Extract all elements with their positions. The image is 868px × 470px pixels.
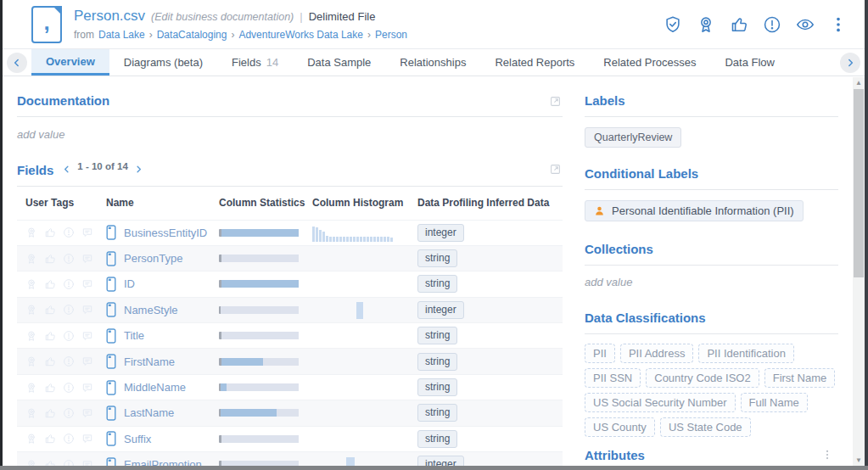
field-name-link[interactable]: BusinessEntityID — [124, 227, 207, 239]
pager-previous-icon[interactable] — [62, 162, 71, 171]
inferred-type-badge: string — [417, 275, 457, 293]
tab-fields[interactable]: Fields14 — [217, 49, 293, 76]
histogram-bar — [370, 237, 372, 242]
label-chip[interactable]: QuarterlyReview — [585, 127, 681, 148]
alert-circle-icon[interactable] — [63, 253, 75, 265]
comment-icon[interactable] — [81, 433, 93, 445]
comment-icon[interactable] — [81, 227, 93, 238]
alert-circle-icon[interactable] — [63, 227, 75, 238]
tab-data-flow[interactable]: Data Flow — [710, 49, 789, 76]
histogram-bar — [377, 237, 379, 242]
inferred-type-badge: string — [417, 378, 457, 396]
pager-next-icon[interactable] — [134, 162, 143, 171]
scrollbar-down-arrow[interactable]: ▼ — [853, 455, 865, 466]
inferred-type-cell: integer — [417, 224, 563, 242]
comment-icon[interactable] — [81, 355, 93, 367]
award-ribbon-icon[interactable] — [25, 253, 37, 265]
award-ribbon-icon[interactable] — [25, 330, 37, 342]
endorse-thumbs-up-icon[interactable] — [730, 15, 748, 34]
field-name-link[interactable]: Title — [124, 329, 144, 342]
histogram-bar — [326, 236, 328, 242]
comment-icon[interactable] — [81, 304, 93, 316]
comment-icon[interactable] — [81, 382, 93, 394]
breadcrumb-link[interactable]: DataCataloging — [157, 29, 227, 41]
alert-circle-icon[interactable] — [63, 382, 75, 394]
alert-circle-icon[interactable] — [63, 330, 75, 342]
expand-documentation-icon[interactable] — [550, 95, 561, 106]
award-ribbon-icon[interactable] — [25, 407, 37, 419]
tab-data-sample[interactable]: Data Sample — [293, 49, 385, 76]
column-icon — [106, 328, 116, 344]
thumbs-up-icon[interactable] — [44, 278, 56, 290]
data-classification-chip[interactable]: PII Address — [620, 344, 693, 363]
award-ribbon-icon[interactable] — [697, 15, 715, 34]
field-name-link[interactable]: ID — [124, 277, 135, 290]
field-name-link[interactable]: PersonType — [124, 252, 182, 265]
stat-segment — [221, 435, 299, 443]
vertical-scrollbar[interactable]: ▲ ▼ — [853, 77, 865, 466]
comment-icon[interactable] — [81, 278, 93, 290]
tab-related-reports[interactable]: Related Reports — [480, 49, 589, 76]
tab-related-processes[interactable]: Related Processes — [589, 49, 710, 76]
award-ribbon-icon[interactable] — [25, 433, 37, 445]
thumbs-up-icon[interactable] — [44, 304, 56, 316]
data-classification-chip[interactable]: First Name — [764, 368, 836, 388]
data-classification-chip[interactable]: PII — [585, 344, 615, 363]
data-classification-chip[interactable]: US County — [585, 417, 655, 437]
edit-documentation-link[interactable]: (Edit business documentation) — [151, 11, 294, 23]
comment-icon[interactable] — [81, 407, 93, 419]
comment-icon[interactable] — [81, 253, 93, 265]
more-options-icon[interactable] — [829, 15, 848, 34]
comment-icon[interactable] — [81, 330, 93, 342]
data-classification-chip[interactable]: Country Code ISO2 — [646, 368, 759, 388]
thumbs-up-icon[interactable] — [44, 253, 56, 265]
certified-shield-icon[interactable] — [664, 15, 682, 34]
award-ribbon-icon[interactable] — [25, 304, 37, 316]
alert-circle-icon[interactable] — [63, 278, 75, 290]
field-name-link[interactable]: MiddleName — [124, 381, 186, 394]
tabs-scroll-left-button[interactable] — [7, 53, 27, 73]
data-classification-chip[interactable]: PII Identification — [698, 344, 794, 363]
expand-fields-icon[interactable] — [550, 163, 561, 174]
breadcrumb-link[interactable]: Data Lake — [98, 29, 145, 41]
data-classification-chip[interactable]: PII SSN — [585, 368, 641, 388]
data-classification-chip[interactable]: Full Name — [741, 393, 808, 412]
scrollbar-thumb[interactable] — [854, 89, 864, 277]
pager-range: 1 - 10 of 14 — [77, 161, 127, 171]
award-ribbon-icon[interactable] — [25, 278, 37, 290]
field-name-link[interactable]: NameStyle — [124, 304, 178, 316]
window-edge-right — [865, 0, 868, 470]
breadcrumb-link[interactable]: AdventureWorks Data Lake — [238, 29, 363, 41]
award-ribbon-icon[interactable] — [25, 382, 37, 394]
alert-circle-icon[interactable] — [63, 407, 75, 419]
tab-diagrams-beta-[interactable]: Diagrams (beta) — [109, 49, 217, 76]
histogram-bar — [322, 232, 325, 242]
documentation-placeholder[interactable]: add value — [17, 128, 563, 141]
tab-relationships[interactable]: Relationships — [385, 49, 480, 76]
scrollbar-up-arrow[interactable]: ▲ — [853, 77, 865, 88]
data-classification-chip[interactable]: US Social Security Number — [585, 393, 736, 412]
watch-eye-icon[interactable] — [796, 15, 815, 34]
field-name-link[interactable]: LastName — [124, 406, 174, 419]
breadcrumb-link[interactable]: Person — [375, 29, 407, 41]
award-ribbon-icon[interactable] — [25, 355, 37, 367]
tab-overview[interactable]: Overview — [31, 49, 109, 76]
field-name-link[interactable]: Suffix — [124, 433, 151, 445]
alert-circle-icon[interactable] — [63, 355, 75, 367]
tabs-scroll-right-button[interactable] — [840, 53, 860, 73]
alert-circle-icon[interactable] — [63, 433, 75, 445]
field-name-link[interactable]: FirstName — [124, 355, 175, 368]
conditional-label-chip[interactable]: Personal Identifiable Information (PII) — [585, 200, 804, 221]
collections-placeholder[interactable]: add value — [585, 276, 838, 288]
alert-circle-icon[interactable] — [63, 304, 75, 316]
thumbs-up-icon[interactable] — [44, 330, 56, 342]
data-classification-chip[interactable]: US State Code — [660, 417, 751, 437]
thumbs-up-icon[interactable] — [44, 382, 56, 394]
award-ribbon-icon[interactable] — [25, 227, 37, 238]
thumbs-up-icon[interactable] — [44, 227, 56, 238]
alert-circle-icon[interactable] — [763, 15, 781, 34]
thumbs-up-icon[interactable] — [44, 433, 56, 445]
thumbs-up-icon[interactable] — [44, 407, 56, 419]
attributes-more-icon[interactable] — [821, 448, 833, 462]
thumbs-up-icon[interactable] — [44, 355, 56, 367]
